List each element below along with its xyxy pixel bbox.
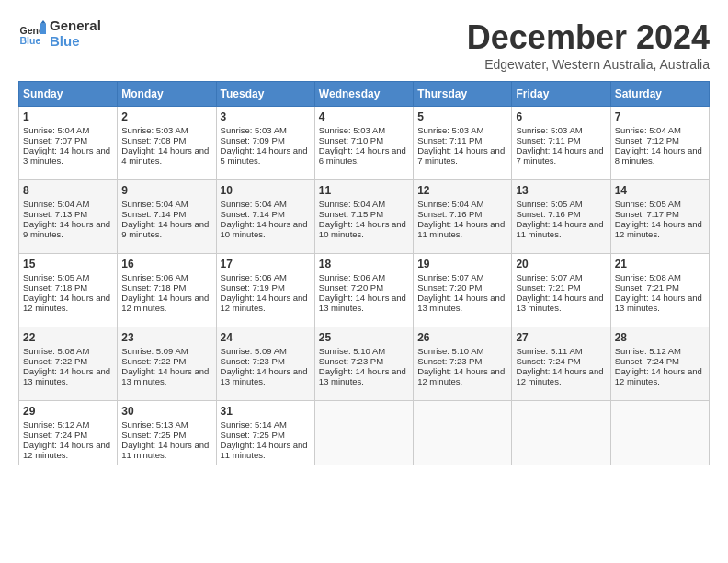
sunset-text: Sunset: 7:25 PM	[221, 430, 285, 440]
day-number: 28	[615, 331, 705, 344]
sunset-text: Sunset: 7:19 PM	[221, 282, 285, 293]
day-number: 11	[319, 184, 409, 197]
table-row: 2Sunrise: 5:03 AMSunset: 7:08 PMDaylight…	[118, 107, 216, 180]
sunset-text: Sunset: 7:23 PM	[319, 356, 383, 366]
calendar-table: Sunday Monday Tuesday Wednesday Thursday…	[18, 81, 710, 465]
sunset-text: Sunset: 7:20 PM	[319, 282, 383, 293]
sunrise-text: Sunrise: 5:08 AM	[23, 346, 89, 356]
header-thursday: Thursday	[414, 82, 512, 107]
table-row: 29Sunrise: 5:12 AMSunset: 7:24 PMDayligh…	[19, 401, 118, 465]
daylight-label: Daylight: 14 hours and 12 minutes.	[121, 293, 209, 313]
table-row	[610, 401, 709, 465]
table-row: 30Sunrise: 5:13 AMSunset: 7:25 PMDayligh…	[118, 401, 216, 465]
daylight-label: Daylight: 14 hours and 10 minutes.	[319, 219, 406, 239]
day-number: 8	[23, 184, 113, 197]
sunset-text: Sunset: 7:14 PM	[221, 209, 285, 219]
sunset-text: Sunset: 7:11 PM	[516, 135, 580, 145]
daylight-label: Daylight: 14 hours and 9 minutes.	[23, 219, 110, 239]
day-number: 2	[121, 110, 211, 123]
table-row: 31Sunrise: 5:14 AMSunset: 7:25 PMDayligh…	[216, 401, 314, 465]
logo-blue-text: Blue	[50, 34, 101, 50]
sunrise-text: Sunrise: 5:07 AM	[417, 272, 483, 282]
table-row: 27Sunrise: 5:11 AMSunset: 7:24 PMDayligh…	[512, 327, 610, 401]
sunset-text: Sunset: 7:24 PM	[23, 430, 87, 440]
sunrise-text: Sunrise: 5:12 AM	[615, 346, 681, 356]
sunset-text: Sunset: 7:23 PM	[417, 356, 482, 366]
sunrise-text: Sunrise: 5:04 AM	[23, 125, 89, 135]
logo-icon: General Blue	[18, 20, 46, 48]
svg-text:Blue: Blue	[20, 34, 41, 45]
sunset-text: Sunset: 7:24 PM	[615, 356, 679, 366]
sunset-text: Sunset: 7:08 PM	[121, 135, 186, 145]
table-row: 1Sunrise: 5:04 AMSunset: 7:07 PMDaylight…	[19, 107, 118, 180]
daylight-label: Daylight: 14 hours and 10 minutes.	[221, 219, 308, 239]
sunrise-text: Sunrise: 5:03 AM	[417, 125, 483, 135]
day-number: 26	[417, 331, 507, 344]
sunrise-text: Sunrise: 5:04 AM	[615, 125, 681, 135]
table-row: 18Sunrise: 5:06 AMSunset: 7:20 PMDayligh…	[314, 254, 413, 327]
day-number: 20	[516, 258, 606, 270]
table-row: 22Sunrise: 5:08 AMSunset: 7:22 PMDayligh…	[19, 327, 118, 401]
table-row: 20Sunrise: 5:07 AMSunset: 7:21 PMDayligh…	[512, 254, 610, 327]
daylight-label: Daylight: 14 hours and 12 minutes.	[516, 366, 603, 386]
sunset-text: Sunset: 7:21 PM	[516, 282, 580, 293]
daylight-label: Daylight: 14 hours and 9 minutes.	[121, 219, 209, 239]
day-number: 30	[121, 405, 211, 418]
day-number: 31	[221, 405, 311, 418]
table-row: 11Sunrise: 5:04 AMSunset: 7:15 PMDayligh…	[314, 180, 413, 254]
sunset-text: Sunset: 7:10 PM	[319, 135, 383, 145]
table-row: 23Sunrise: 5:09 AMSunset: 7:22 PMDayligh…	[118, 327, 216, 401]
sunrise-text: Sunrise: 5:04 AM	[23, 199, 89, 209]
sunset-text: Sunset: 7:17 PM	[615, 209, 679, 219]
day-number: 14	[615, 184, 705, 197]
day-number: 16	[121, 258, 211, 270]
day-number: 5	[417, 110, 507, 123]
daylight-label: Daylight: 14 hours and 5 minutes.	[221, 145, 308, 166]
daylight-label: Daylight: 14 hours and 12 minutes.	[615, 366, 702, 386]
sunrise-text: Sunrise: 5:05 AM	[615, 199, 681, 209]
sunrise-text: Sunrise: 5:04 AM	[221, 199, 287, 209]
sunset-text: Sunset: 7:14 PM	[121, 209, 186, 219]
sunset-text: Sunset: 7:12 PM	[615, 135, 679, 145]
sunset-text: Sunset: 7:24 PM	[516, 356, 580, 366]
sunrise-text: Sunrise: 5:03 AM	[319, 125, 385, 135]
daylight-label: Daylight: 14 hours and 13 minutes.	[615, 293, 702, 313]
day-number: 22	[23, 331, 113, 344]
sunrise-text: Sunrise: 5:06 AM	[221, 272, 287, 282]
daylight-label: Daylight: 14 hours and 11 minutes.	[417, 219, 505, 239]
table-row: 3Sunrise: 5:03 AMSunset: 7:09 PMDaylight…	[216, 107, 314, 180]
table-row: 15Sunrise: 5:05 AMSunset: 7:18 PMDayligh…	[19, 254, 118, 327]
daylight-label: Daylight: 14 hours and 3 minutes.	[23, 145, 110, 166]
day-number: 9	[121, 184, 211, 197]
sunrise-text: Sunrise: 5:12 AM	[23, 419, 89, 430]
daylight-label: Daylight: 14 hours and 11 minutes.	[221, 440, 308, 460]
table-row: 21Sunrise: 5:08 AMSunset: 7:21 PMDayligh…	[610, 254, 709, 327]
table-row: 17Sunrise: 5:06 AMSunset: 7:19 PMDayligh…	[216, 254, 314, 327]
sunset-text: Sunset: 7:18 PM	[121, 282, 186, 293]
sunrise-text: Sunrise: 5:05 AM	[23, 272, 89, 282]
svg-marker-3	[40, 20, 46, 24]
sunset-text: Sunset: 7:23 PM	[221, 356, 285, 366]
day-number: 27	[516, 331, 606, 344]
daylight-label: Daylight: 14 hours and 12 minutes.	[23, 440, 110, 460]
table-row: 5Sunrise: 5:03 AMSunset: 7:11 PMDaylight…	[414, 107, 512, 180]
sunrise-text: Sunrise: 5:09 AM	[121, 346, 188, 356]
sunset-text: Sunset: 7:21 PM	[615, 282, 679, 293]
sunrise-text: Sunrise: 5:10 AM	[319, 346, 385, 356]
day-number: 17	[221, 258, 311, 270]
daylight-label: Daylight: 14 hours and 13 minutes.	[121, 366, 209, 386]
daylight-label: Daylight: 14 hours and 4 minutes.	[121, 145, 209, 166]
table-row: 8Sunrise: 5:04 AMSunset: 7:13 PMDaylight…	[19, 180, 118, 254]
daylight-label: Daylight: 14 hours and 12 minutes.	[23, 293, 110, 313]
calendar-header-row: Sunday Monday Tuesday Wednesday Thursday…	[19, 82, 710, 107]
month-title: December 2024	[467, 18, 710, 57]
header-monday: Monday	[118, 82, 216, 107]
table-row	[512, 401, 610, 465]
day-number: 25	[319, 331, 409, 344]
sunset-text: Sunset: 7:25 PM	[121, 430, 186, 440]
table-row: 13Sunrise: 5:05 AMSunset: 7:16 PMDayligh…	[512, 180, 610, 254]
sunrise-text: Sunrise: 5:04 AM	[121, 199, 188, 209]
sunrise-text: Sunrise: 5:06 AM	[319, 272, 385, 282]
table-row: 7Sunrise: 5:04 AMSunset: 7:12 PMDaylight…	[610, 107, 709, 180]
daylight-label: Daylight: 14 hours and 12 minutes.	[417, 366, 505, 386]
